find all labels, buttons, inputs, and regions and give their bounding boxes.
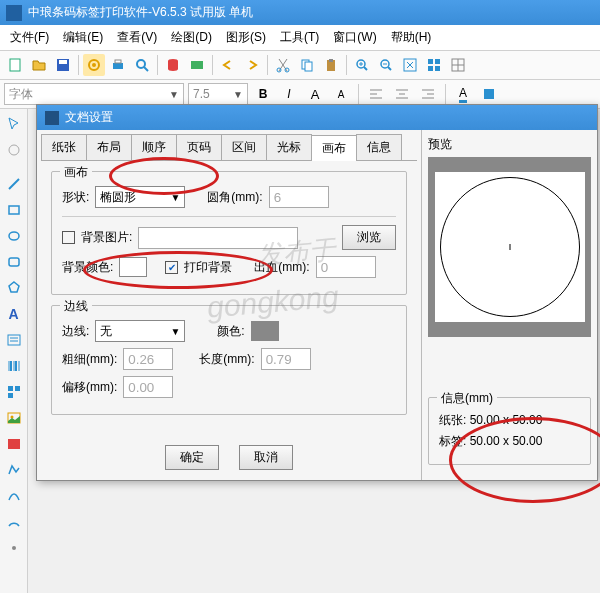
align-left-button[interactable] [365, 83, 387, 105]
database-button[interactable] [162, 54, 184, 76]
svg-point-42 [9, 145, 19, 155]
tab-info[interactable]: 信息 [356, 134, 402, 160]
zoom-out-button[interactable] [375, 54, 397, 76]
align-center-button[interactable] [391, 83, 413, 105]
zoom-fit-button[interactable] [399, 54, 421, 76]
printbg-checkbox[interactable]: ✔ [165, 261, 178, 274]
radius-label: 圆角(mm): [207, 189, 262, 206]
arc-tool[interactable] [2, 510, 26, 534]
text-shrink-button[interactable]: A [330, 83, 352, 105]
tab-paper[interactable]: 纸张 [41, 134, 87, 160]
line-select[interactable]: 无▼ [95, 320, 185, 342]
cut-button[interactable] [272, 54, 294, 76]
doc-settings-button[interactable] [83, 54, 105, 76]
ok-button[interactable]: 确定 [165, 445, 219, 470]
menu-help[interactable]: 帮助(H) [385, 27, 438, 48]
qrcode-tool[interactable] [2, 380, 26, 404]
tab-cursor[interactable]: 光标 [266, 134, 312, 160]
tab-order[interactable]: 顺序 [131, 134, 177, 160]
menu-shape[interactable]: 图形(S) [220, 27, 272, 48]
other-tool[interactable] [2, 536, 26, 560]
menu-edit[interactable]: 编辑(E) [57, 27, 109, 48]
hand-tool[interactable] [2, 138, 26, 162]
thick-input[interactable] [123, 348, 173, 370]
preview-area [428, 157, 591, 337]
align-right-button[interactable] [417, 83, 439, 105]
preview-label: 预览 [428, 136, 591, 153]
tab-page[interactable]: 页码 [176, 134, 222, 160]
redo-button[interactable] [241, 54, 263, 76]
cancel-button[interactable]: 取消 [239, 445, 293, 470]
ellipse-tool[interactable] [2, 224, 26, 248]
info-box: 信息(mm) 纸张: 50.00 x 50.00 标签: 50.00 x 50.… [428, 397, 591, 465]
table-tool[interactable] [2, 432, 26, 456]
open-button[interactable] [28, 54, 50, 76]
svg-rect-6 [115, 60, 121, 63]
line-tool[interactable] [2, 172, 26, 196]
len-label: 长度(mm): [199, 351, 254, 368]
svg-rect-16 [329, 59, 333, 62]
bleed-label: 出血(mm): [254, 259, 309, 276]
print-button[interactable] [107, 54, 129, 76]
preview-button[interactable] [131, 54, 153, 76]
info-legend: 信息(mm) [437, 390, 497, 407]
polygon-tool[interactable] [2, 276, 26, 300]
save-button[interactable] [52, 54, 74, 76]
menu-file[interactable]: 文件(F) [4, 27, 55, 48]
text-grow-button[interactable]: A [304, 83, 326, 105]
new-button[interactable] [4, 54, 26, 76]
font-color-button[interactable]: A [452, 83, 474, 105]
svg-point-4 [92, 63, 96, 67]
svg-rect-26 [435, 59, 440, 64]
titlebar: 中琅条码标签打印软件-V6.5.3 试用版 单机 [0, 0, 600, 25]
bgcolor-swatch[interactable] [119, 257, 147, 277]
svg-rect-27 [428, 66, 433, 71]
svg-rect-0 [10, 59, 20, 71]
tab-canvas[interactable]: 画布 [311, 135, 357, 161]
menu-draw[interactable]: 绘图(D) [165, 27, 218, 48]
copy-button[interactable] [296, 54, 318, 76]
bold-button[interactable]: B [252, 83, 274, 105]
svg-line-43 [9, 179, 19, 189]
curve-tool[interactable] [2, 484, 26, 508]
svg-point-61 [12, 546, 16, 550]
paste-button[interactable] [320, 54, 342, 76]
rect-tool[interactable] [2, 198, 26, 222]
font-family-combo[interactable]: 字体▼ [4, 83, 184, 105]
bleed-input[interactable] [316, 256, 376, 278]
zoom-in-button[interactable] [351, 54, 373, 76]
text-tool[interactable]: A [2, 302, 26, 326]
path-tool[interactable] [2, 458, 26, 482]
menu-window[interactable]: 窗口(W) [327, 27, 382, 48]
menu-view[interactable]: 查看(V) [111, 27, 163, 48]
image-tool[interactable] [2, 406, 26, 430]
bgimg-checkbox[interactable] [62, 231, 75, 244]
fill-color-button[interactable] [478, 83, 500, 105]
svg-line-8 [144, 67, 148, 71]
grid-button[interactable] [447, 54, 469, 76]
tab-range[interactable]: 区间 [221, 134, 267, 160]
canvas-legend: 画布 [60, 164, 92, 181]
svg-rect-47 [8, 335, 20, 345]
info-label-value: 50.00 x 50.00 [470, 434, 543, 448]
italic-button[interactable]: I [278, 83, 300, 105]
printbg-label: 打印背景 [184, 259, 232, 276]
font-size-combo[interactable]: 7.5▼ [188, 83, 248, 105]
browse-button[interactable]: 浏览 [342, 225, 396, 250]
line-color-swatch[interactable] [251, 321, 279, 341]
shape-select[interactable]: 椭圆形▼ [95, 186, 185, 208]
roundrect-tool[interactable] [2, 250, 26, 274]
barcode-tool[interactable] [2, 354, 26, 378]
pointer-tool[interactable] [2, 112, 26, 136]
zoom-select-button[interactable] [423, 54, 445, 76]
generate-button[interactable] [186, 54, 208, 76]
menu-tools[interactable]: 工具(T) [274, 27, 325, 48]
richtext-tool[interactable] [2, 328, 26, 352]
radius-input[interactable] [269, 186, 329, 208]
info-paper-value: 50.00 x 50.00 [470, 413, 543, 427]
len-input[interactable] [261, 348, 311, 370]
tab-layout[interactable]: 布局 [86, 134, 132, 160]
bgimg-input[interactable] [138, 227, 298, 249]
offset-input[interactable] [123, 376, 173, 398]
undo-button[interactable] [217, 54, 239, 76]
